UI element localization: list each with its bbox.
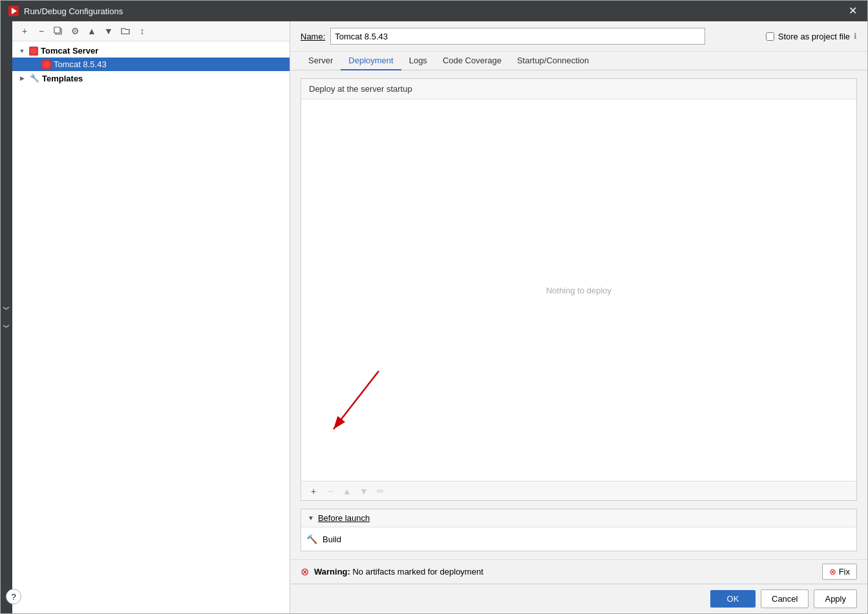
deploy-toolbar: + − ▲ ▼ ✏ [301,481,856,500]
warning-icon: ⊗ [301,566,309,578]
tree-templates-group[interactable]: ▶ 🔧 Templates [12,71,290,85]
before-launch-header[interactable]: ▼ Before launch [301,509,856,527]
help-button[interactable]: ? [6,589,21,604]
left-edge-bar: ❯ ❯ [1,21,12,613]
name-row: Name: Store as project file ℹ [290,21,867,52]
ok-button[interactable]: OK [710,590,756,608]
dialog-title: Run/Debug Configurations [24,6,123,16]
folder-button[interactable] [118,24,132,38]
store-project-checkbox[interactable] [766,32,774,41]
svg-line-5 [333,371,379,429]
content-area: Deploy at the server startup Nothing to … [290,70,867,559]
close-button[interactable]: ✕ [846,6,860,16]
tree-instance-spacer [30,60,39,69]
sort-button[interactable]: ↕ [135,24,149,38]
before-launch-body: 🔨 Build [301,527,856,551]
tree-toggle-tomcat: ▼ [17,47,26,56]
deploy-body: Nothing to deploy [301,100,856,481]
store-project-label: Store as project file [778,32,850,41]
remove-config-button[interactable]: − [34,24,48,38]
warning-bold: Warning: [314,567,352,577]
deploy-add-button[interactable]: + [306,484,321,498]
settings-button[interactable]: ⚙ [68,24,82,38]
deploy-edit-button[interactable]: ✏ [374,484,388,498]
before-launch-section: ▼ Before launch 🔨 Build [301,509,857,551]
red-arrow-annotation [314,365,398,442]
tomcat-instance-icon [42,60,51,69]
move-down-button[interactable]: ▼ [101,24,116,38]
deploy-remove-button[interactable]: − [323,484,337,498]
dialog-body: ❯ ❯ + − ⚙ ▲ ▼ [1,21,867,613]
tomcat-server-icon [29,47,38,56]
tab-server[interactable]: Server [301,52,341,70]
warning-text: Warning: No artifacts marked for deploym… [314,567,817,577]
tree-tomcat-instance-label: Tomcat 8.5.43 [54,59,107,69]
tab-deployment[interactable]: Deployment [341,52,401,70]
tab-logs[interactable]: Logs [401,52,435,70]
tab-startup-connection[interactable]: Startup/Connection [509,52,597,70]
dialog-icon [8,6,19,16]
svg-rect-3 [54,27,60,33]
left-panel: + − ⚙ ▲ ▼ ↕ [12,21,290,613]
build-label: Build [323,535,341,544]
bottom-bar: OK Cancel Apply [290,584,867,613]
tree-tomcat-server-group[interactable]: ▼ Tomcat Server [12,44,290,58]
help-icon: ? [11,592,16,602]
run-debug-dialog: Run/Debug Configurations ✕ ❯ ❯ + − ⚙ [0,0,868,614]
warning-message: No artifacts marked for deployment [352,567,483,577]
tree-toolbar: + − ⚙ ▲ ▼ ↕ [12,21,290,41]
fix-icon: ⊗ [829,567,836,577]
edge-arrow-top[interactable]: ❯ [3,306,10,311]
tree-templates-label: Templates [42,74,83,83]
tree-toggle-templates: ▶ [17,74,26,83]
tree-tomcat-instance[interactable]: Tomcat 8.5.43 [12,58,290,71]
title-bar: Run/Debug Configurations ✕ [1,1,867,21]
deploy-section: Deploy at the server startup Nothing to … [301,78,857,501]
name-label: Name: [301,32,325,41]
tabs-bar: Server Deployment Logs Code Coverage Sta… [290,52,867,70]
title-bar-left: Run/Debug Configurations [8,6,123,16]
cancel-button[interactable]: Cancel [761,589,809,608]
wrench-icon: 🔧 [29,73,39,83]
apply-button[interactable]: Apply [814,589,857,608]
deploy-up-button[interactable]: ▲ [340,484,354,498]
copy-config-button[interactable] [51,24,65,38]
before-launch-toggle-icon: ▼ [308,514,314,522]
store-info-icon: ℹ [854,32,857,41]
warning-bar: ⊗ Warning: No artifacts marked for deplo… [290,559,867,584]
tree-area: ▼ Tomcat Server Tomcat 8.5.43 ▶ 🔧 Templa… [12,41,290,613]
right-panel: Name: Store as project file ℹ Server Dep… [290,21,867,613]
tab-code-coverage[interactable]: Code Coverage [435,52,509,70]
edge-arrow-bottom[interactable]: ❯ [3,324,10,329]
fix-button[interactable]: ⊗ Fix [822,564,857,580]
fix-label: Fix [839,567,850,577]
add-config-button[interactable]: + [17,24,32,38]
name-input[interactable] [330,28,705,45]
deploy-down-button[interactable]: ▼ [357,484,371,498]
build-icon: 🔨 [306,534,317,544]
nothing-to-deploy-text: Nothing to deploy [546,286,611,295]
deploy-header: Deploy at the server startup [301,79,856,100]
store-checkbox-area: Store as project file ℹ [766,32,857,41]
tree-tomcat-server-label: Tomcat Server [41,46,98,56]
move-up-button[interactable]: ▲ [85,24,99,38]
before-launch-title: Before launch [318,513,370,523]
